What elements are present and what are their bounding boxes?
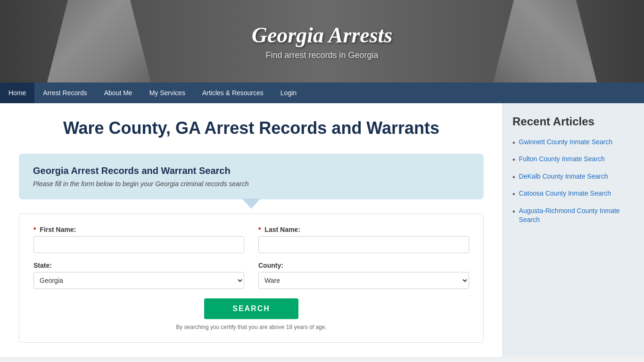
form-group-state: State: Georgia: [33, 262, 244, 289]
article-link-dekalb[interactable]: DeKalb County Inmate Search: [519, 172, 608, 181]
nav-login[interactable]: Login: [272, 82, 305, 103]
main-nav: Home Arrest Records About Me My Services…: [0, 82, 644, 103]
last-name-label: * Last Name:: [258, 226, 469, 233]
first-name-input[interactable]: [33, 236, 244, 253]
header-hands-left: [47, 0, 151, 82]
search-form: * First Name: * Last Name: State:: [19, 214, 484, 343]
main-container: Ware County, GA Arrest Records and Warra…: [0, 103, 644, 357]
state-label: State:: [33, 262, 244, 269]
list-item: Augusta-Richmond County Inmate Search: [512, 206, 635, 225]
county-select[interactable]: Ware: [258, 272, 469, 289]
page-title: Ware County, GA Arrest Records and Warra…: [19, 117, 484, 140]
form-row-location: State: Georgia County: Ware: [33, 262, 469, 289]
search-box-title: Georgia Arrest Records and Warrant Searc…: [33, 165, 470, 176]
list-item: Catoosa County Inmate Search: [512, 189, 635, 199]
search-box-banner: Georgia Arrest Records and Warrant Searc…: [19, 154, 484, 199]
first-name-label: * First Name:: [33, 226, 244, 233]
nav-home[interactable]: Home: [0, 82, 34, 103]
article-link-augusta[interactable]: Augusta-Richmond County Inmate Search: [519, 206, 635, 225]
site-title: Georgia Arrests: [252, 23, 393, 48]
form-note: By searching you certify that you are ab…: [33, 324, 469, 330]
last-name-input[interactable]: [258, 236, 469, 253]
required-star-last: *: [258, 226, 261, 233]
content-area: Ware County, GA Arrest Records and Warra…: [0, 103, 503, 357]
search-box-subtitle: Please fill in the form below to begin y…: [33, 180, 470, 188]
list-item: DeKalb County Inmate Search: [512, 172, 635, 182]
list-item: Fulton County Inmate Search: [512, 155, 635, 165]
sidebar-title: Recent Articles: [512, 115, 635, 128]
list-item: Gwinnett County Inmate Search: [512, 138, 635, 148]
article-link-gwinnett[interactable]: Gwinnett County Inmate Search: [519, 138, 612, 147]
required-star-first: *: [33, 226, 36, 233]
form-group-last-name: * Last Name:: [258, 226, 469, 253]
state-select[interactable]: Georgia: [33, 272, 244, 289]
form-group-first-name: * First Name:: [33, 226, 244, 253]
header-hands-right: [493, 0, 597, 82]
header-banner: Georgia Arrests Find arrest records in G…: [0, 0, 644, 82]
form-row-name: * First Name: * Last Name:: [33, 226, 469, 253]
nav-articles-resources[interactable]: Articles & Resources: [194, 82, 272, 103]
header-text: Georgia Arrests Find arrest records in G…: [252, 23, 393, 60]
nav-my-services[interactable]: My Services: [141, 82, 194, 103]
nav-about-me[interactable]: About Me: [96, 82, 141, 103]
article-link-fulton[interactable]: Fulton County Inmate Search: [519, 155, 605, 164]
article-link-catoosa[interactable]: Catoosa County Inmate Search: [519, 189, 611, 198]
search-button[interactable]: SEARCH: [204, 298, 298, 319]
county-label: County:: [258, 262, 469, 269]
recent-articles-list: Gwinnett County Inmate Search Fulton Cou…: [512, 138, 635, 225]
nav-arrest-records[interactable]: Arrest Records: [34, 82, 95, 103]
site-subtitle: Find arrest records in Georgia: [252, 50, 393, 60]
form-group-county: County: Ware: [258, 262, 469, 289]
sidebar: Recent Articles Gwinnett County Inmate S…: [503, 103, 644, 357]
